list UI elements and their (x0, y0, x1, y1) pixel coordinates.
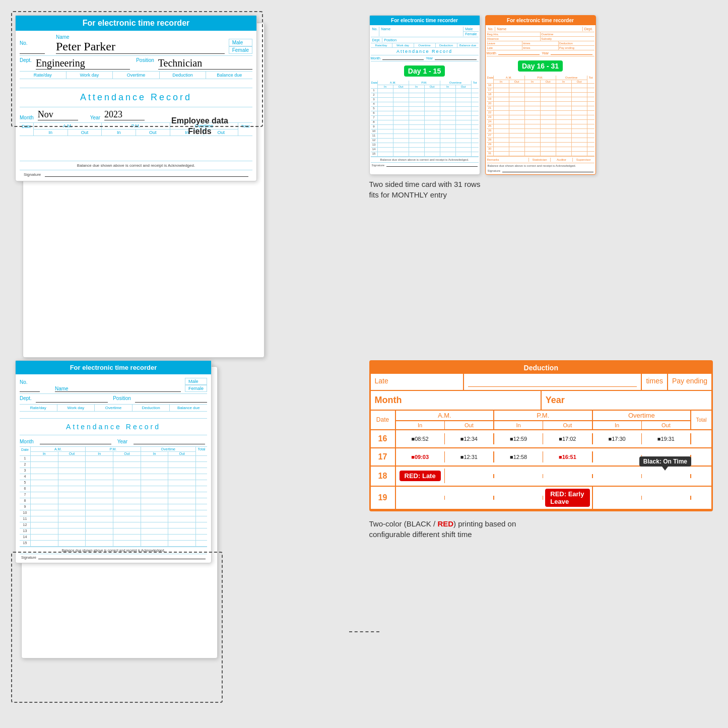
mini-month1: Month (371, 56, 380, 60)
bl-pos-label: Position (113, 395, 131, 403)
odb-16-ot-in: ■17:30 (593, 433, 642, 444)
mini-row-day-4: 4 (371, 102, 479, 107)
mini-att-title1: Attendance Record (371, 48, 479, 55)
orange-detail-box: Deduction Late times Pay ending Month Ye… (369, 360, 713, 511)
bl-row-3: 3 (20, 468, 207, 474)
balance-label: Balance due (206, 72, 252, 79)
dept-label: Dept. (20, 57, 32, 70)
bl-row-8: 8 (20, 498, 207, 504)
mini-dept2: Dept. (582, 27, 594, 31)
odb-18-am-in: RED: Late (396, 469, 445, 483)
bl-footer: Balance due shown above is correct and r… (20, 547, 207, 554)
mini-row-day-29: 29 (487, 143, 594, 147)
rate-label: Rate/day (20, 72, 67, 79)
mini-row-day-22: 22 (487, 111, 594, 115)
mini-row-day-10: 10 (371, 129, 479, 134)
bl-year-label: Year (117, 439, 127, 444)
mini-overtime2: Overtime (541, 32, 594, 36)
odb-19-pm-in (494, 496, 543, 500)
mini-rows2: Date A.M. In Out P.M. (487, 76, 594, 156)
month-label: Month (20, 115, 34, 120)
bl-deduction: Deduction (133, 405, 170, 411)
workday-label: Work day (67, 72, 113, 79)
bl-male-label: Male (185, 378, 207, 385)
mini-no2: No. (487, 27, 496, 31)
mini-footer-note1: Balance due shown above is correct and r… (371, 157, 479, 162)
odb-late: Late (371, 374, 465, 390)
tooltip-arrow-icon (662, 467, 668, 471)
odb-date-col: Date (371, 411, 396, 429)
odb-am-out-col: Out (445, 421, 493, 429)
mini-row-day-3: 3 (371, 98, 479, 102)
mini-row-day-13: 13 (371, 143, 479, 148)
bl-attendance-title: Attendance Record (20, 419, 207, 435)
year-value: 2023 (104, 109, 145, 120)
deduction-label: Deduction (160, 72, 207, 79)
mini-card-day16-31: For electronic time recorder No. Name De… (485, 15, 596, 175)
mini-payending: Pay ending (559, 46, 594, 50)
male-label: Male (229, 39, 252, 46)
odb-pm-col: P.M. (494, 411, 592, 421)
mini-remarks-row: Remarks Statistician Auditor Supervisor (487, 156, 594, 163)
bl-row-1: 1 (20, 456, 207, 462)
position-value: Technician (158, 57, 252, 70)
monthly-label-text: Two sided time card with 31 rows fits fo… (369, 179, 713, 200)
odb-pm-in-col: In (494, 421, 543, 429)
mini-card-day1-15: For electronic time recorder No. Name Ma… (369, 15, 480, 175)
odb-16-am-out: ■12:34 (445, 433, 494, 444)
tooltip-black-text: Black: On Time (639, 456, 691, 467)
mini-row-day-11: 11 (371, 134, 479, 139)
employee-fields-label: Employee dataFields (171, 116, 228, 137)
bottom-card-title: For electronic time recorder (16, 361, 211, 374)
odb-month-label: Month (371, 391, 542, 410)
mini-card2-title: For electronic time recorder (486, 16, 595, 25)
mini-row-day-20: 20 (487, 102, 594, 106)
mini-name-label1: Name (379, 27, 463, 36)
mini-dept1: Dept. (371, 38, 383, 42)
mini-late: Late (487, 46, 523, 50)
odb-am-in-col: In (396, 421, 445, 429)
arrow-connector (349, 631, 379, 632)
odb-17-ot-in (593, 455, 642, 459)
mini-supervisor: Supervisor (573, 158, 594, 162)
mini-row-day-27: 27 (487, 134, 594, 138)
overtime-label: Overtime (113, 72, 160, 79)
odb-day-17: 17 (371, 448, 396, 466)
two-color-section: Two-color (BLACK / RED) printing based o… (369, 516, 713, 540)
bl-data-rows: (function(){ const container = document.… (20, 456, 207, 547)
black-on-time-tooltip: Black: On Time (639, 456, 691, 471)
footer-note: Balance due shown above is correct and r… (20, 161, 252, 170)
bl-row-2: 2 (20, 462, 207, 468)
am-col-header: A.M. (34, 123, 101, 129)
two-color-red: RED (437, 519, 453, 528)
bl-rate: Rate/day (20, 405, 57, 411)
bl-row-6: 6 (20, 486, 207, 492)
pm-out-header: Out (136, 129, 170, 136)
mini-leave: Leave (487, 41, 523, 45)
odb-17-pm-out: ■16:51 (543, 451, 592, 462)
mini-signature1: Signature (371, 162, 479, 168)
pm-in-header: In (102, 129, 136, 136)
odb-17-am-out: ■12:31 (445, 451, 494, 462)
date-col-header: Date (20, 123, 34, 136)
mini-ded1: Deduction (436, 43, 457, 47)
red-late-badge: RED: Late (400, 471, 441, 481)
odb-17-am-in: ■09:03 (396, 451, 445, 462)
dept-value: Engineering (36, 57, 130, 70)
bl-no-label: No. (20, 379, 28, 385)
name-value: Peter Parker (56, 40, 225, 54)
bottom-time-card: For electronic time recorder No. Name Ma… (15, 360, 212, 563)
bl-row-14: 14 (20, 535, 207, 541)
red-early-badge: RED: Early Leave (545, 489, 589, 507)
odb-18-ot-out (642, 474, 691, 478)
mini-absence: Absence (487, 37, 541, 41)
position-label: Position (136, 57, 154, 70)
mini-row-day-16: 16 (487, 84, 594, 88)
mini-name2: Name (495, 27, 582, 31)
bottom-right-section: Deduction Late times Pay ending Month Ye… (369, 360, 713, 713)
attendance-title: Attendance Record (20, 88, 252, 107)
bl-row-10: 10 (20, 510, 207, 516)
mini-row-day-1: 1 (371, 89, 479, 93)
mini-year2: Year (542, 51, 549, 55)
mini-female1: Female (464, 32, 478, 36)
